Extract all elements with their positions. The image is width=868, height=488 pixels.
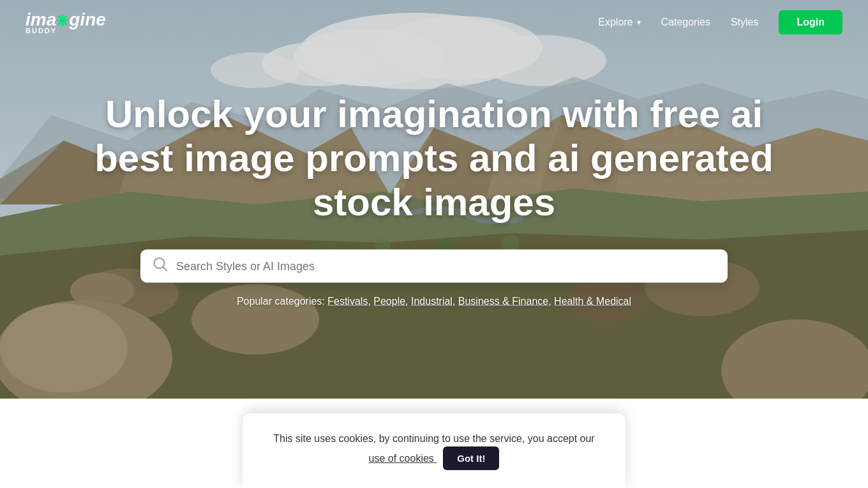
explore-chevron-icon: ▾: [637, 18, 641, 27]
nav-categories[interactable]: Categories: [661, 17, 710, 28]
category-industrial[interactable]: Industrial: [411, 296, 453, 307]
search-icon: [153, 257, 167, 275]
cookie-message: This site uses cookies, by continuing to…: [273, 433, 594, 464]
category-health-medical[interactable]: Health & Medical: [554, 296, 631, 307]
cookie-banner: This site uses cookies, by continuing to…: [243, 413, 625, 488]
logo-text-imagine: ima gine: [26, 11, 106, 29]
logo[interactable]: ima gine buddy: [26, 11, 106, 34]
cookie-link[interactable]: use of cookies: [369, 453, 437, 464]
nav-explore[interactable]: Explore ▾: [598, 17, 640, 28]
svg-line-32: [163, 267, 167, 271]
category-people[interactable]: People: [373, 296, 405, 307]
login-button[interactable]: Login: [779, 10, 842, 34]
got-it-button[interactable]: Got It!: [443, 446, 499, 470]
popular-categories: Popular categories: Festivals, People, I…: [83, 296, 785, 307]
category-festivals[interactable]: Festivals: [327, 296, 368, 307]
logo-star-icon: [57, 15, 68, 26]
nav-links: Explore ▾ Categories Styles Login: [598, 10, 842, 34]
nav-styles[interactable]: Styles: [731, 17, 759, 28]
navbar: ima gine buddy Explore: [0, 0, 868, 45]
popular-label: Popular categories:: [237, 296, 325, 307]
hero-section: ima gine buddy Explore: [0, 0, 868, 399]
hero-title: Unlock your imagination with free ai bes…: [83, 92, 785, 224]
search-bar: [140, 250, 728, 283]
category-business-finance[interactable]: Business & Finance: [458, 296, 548, 307]
hero-content: Unlock your imagination with free ai bes…: [83, 92, 785, 307]
search-input[interactable]: [176, 259, 715, 273]
